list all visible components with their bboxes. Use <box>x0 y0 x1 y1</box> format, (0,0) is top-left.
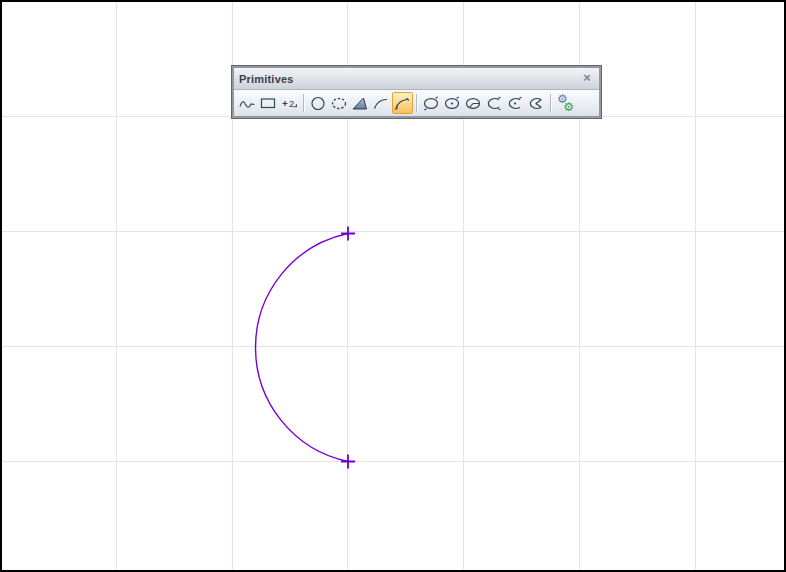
canvas[interactable]: Primitives × 2 <box>0 0 786 572</box>
ellipse-center-icon <box>444 95 461 112</box>
triangle-icon <box>352 95 369 112</box>
tool-rectangle[interactable] <box>258 92 279 114</box>
insert-vertex-icon: 2 <box>281 95 298 112</box>
tool-arc-simple[interactable] <box>371 92 392 114</box>
tool-ellipse-pie[interactable] <box>463 92 484 114</box>
elliptical-arc-center-icon <box>507 95 524 112</box>
tool-elliptical-arc-center[interactable] <box>505 92 526 114</box>
pie-wedge-icon <box>528 95 545 112</box>
toolbar-separator <box>550 94 552 112</box>
gear-icon: ⚙ <box>563 101 574 113</box>
svg-text:2: 2 <box>289 98 294 109</box>
arc-shape[interactable] <box>256 234 348 462</box>
toolbar-separator <box>303 94 305 112</box>
ellipse-pie-icon <box>465 95 482 112</box>
toolbar-separator <box>416 94 418 112</box>
polyline-icon <box>239 95 256 112</box>
tool-pie-wedge[interactable] <box>526 92 547 114</box>
freehand-blob-icon <box>331 95 348 112</box>
elliptical-arc-icon <box>486 95 503 112</box>
rectangle-icon <box>260 95 277 112</box>
tool-gears[interactable]: ⚙ ⚙ <box>555 92 576 114</box>
tool-elliptical-arc[interactable] <box>484 92 505 114</box>
tool-freehand-blob[interactable] <box>329 92 350 114</box>
arc-endpoint-markers[interactable] <box>341 227 355 469</box>
arc-icon <box>373 95 390 112</box>
ellipse-icon <box>423 95 440 112</box>
toolbar-titlebar[interactable]: Primitives × <box>234 68 599 90</box>
tool-triangle[interactable] <box>350 92 371 114</box>
tool-ellipse-center[interactable] <box>442 92 463 114</box>
toolbar-icon-row: 2 <box>234 90 599 116</box>
circle-icon <box>310 95 327 112</box>
tool-ellipse[interactable] <box>421 92 442 114</box>
tool-insert-vertex[interactable]: 2 <box>279 92 300 114</box>
toolbar-title: Primitives <box>239 73 580 85</box>
arc-endpoints-icon <box>394 95 411 112</box>
tool-circle[interactable] <box>308 92 329 114</box>
primitives-toolbar[interactable]: Primitives × 2 <box>232 66 601 118</box>
tool-arc-endpoints[interactable] <box>392 92 413 114</box>
close-icon[interactable]: × <box>580 72 594 86</box>
tool-polyline[interactable] <box>237 92 258 114</box>
